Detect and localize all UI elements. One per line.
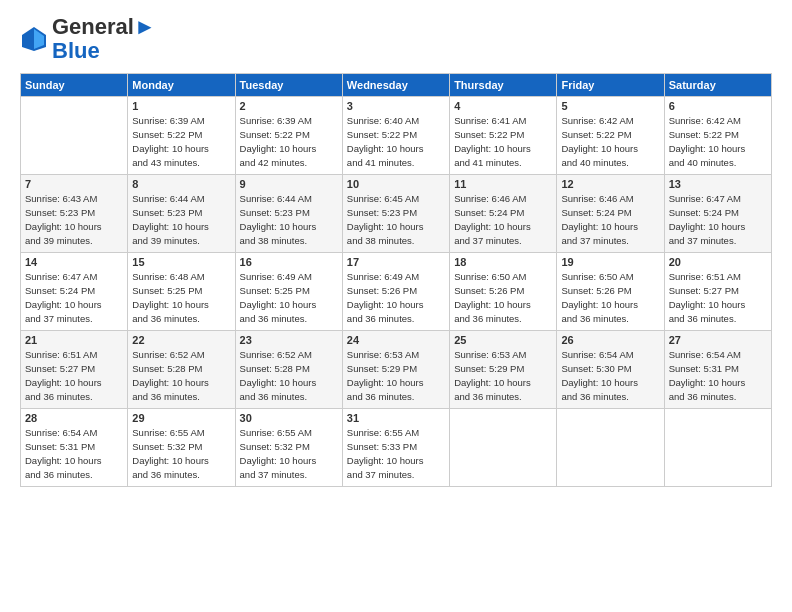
logo-text: General► Blue [52,15,156,63]
day-info: Sunrise: 6:52 AMSunset: 5:28 PMDaylight:… [132,348,230,403]
day-number: 19 [561,256,659,268]
day-cell: 9Sunrise: 6:44 AMSunset: 5:23 PMDaylight… [235,175,342,253]
day-info: Sunrise: 6:42 AMSunset: 5:22 PMDaylight:… [669,114,767,169]
day-number: 23 [240,334,338,346]
day-number: 20 [669,256,767,268]
day-info: Sunrise: 6:43 AMSunset: 5:23 PMDaylight:… [25,192,123,247]
day-cell: 30Sunrise: 6:55 AMSunset: 5:32 PMDayligh… [235,409,342,487]
day-number: 22 [132,334,230,346]
day-cell: 2Sunrise: 6:39 AMSunset: 5:22 PMDaylight… [235,97,342,175]
day-info: Sunrise: 6:45 AMSunset: 5:23 PMDaylight:… [347,192,445,247]
day-number: 27 [669,334,767,346]
calendar-table: SundayMondayTuesdayWednesdayThursdayFrid… [20,73,772,487]
day-number: 25 [454,334,552,346]
day-info: Sunrise: 6:49 AMSunset: 5:25 PMDaylight:… [240,270,338,325]
day-number: 7 [25,178,123,190]
day-cell: 12Sunrise: 6:46 AMSunset: 5:24 PMDayligh… [557,175,664,253]
col-header-tuesday: Tuesday [235,74,342,97]
day-cell: 16Sunrise: 6:49 AMSunset: 5:25 PMDayligh… [235,253,342,331]
day-cell: 28Sunrise: 6:54 AMSunset: 5:31 PMDayligh… [21,409,128,487]
day-number: 18 [454,256,552,268]
day-number: 8 [132,178,230,190]
day-number: 13 [669,178,767,190]
col-header-monday: Monday [128,74,235,97]
day-info: Sunrise: 6:55 AMSunset: 5:33 PMDaylight:… [347,426,445,481]
day-cell: 10Sunrise: 6:45 AMSunset: 5:23 PMDayligh… [342,175,449,253]
day-cell: 18Sunrise: 6:50 AMSunset: 5:26 PMDayligh… [450,253,557,331]
day-cell: 17Sunrise: 6:49 AMSunset: 5:26 PMDayligh… [342,253,449,331]
day-number: 30 [240,412,338,424]
day-number: 16 [240,256,338,268]
day-cell: 21Sunrise: 6:51 AMSunset: 5:27 PMDayligh… [21,331,128,409]
day-info: Sunrise: 6:44 AMSunset: 5:23 PMDaylight:… [240,192,338,247]
day-number: 5 [561,100,659,112]
col-header-wednesday: Wednesday [342,74,449,97]
day-info: Sunrise: 6:54 AMSunset: 5:31 PMDaylight:… [25,426,123,481]
page: General► Blue SundayMondayTuesdayWednesd… [0,0,792,612]
day-cell: 23Sunrise: 6:52 AMSunset: 5:28 PMDayligh… [235,331,342,409]
day-cell: 25Sunrise: 6:53 AMSunset: 5:29 PMDayligh… [450,331,557,409]
week-row-1: 1Sunrise: 6:39 AMSunset: 5:22 PMDaylight… [21,97,772,175]
day-cell: 4Sunrise: 6:41 AMSunset: 5:22 PMDaylight… [450,97,557,175]
day-info: Sunrise: 6:46 AMSunset: 5:24 PMDaylight:… [561,192,659,247]
day-info: Sunrise: 6:49 AMSunset: 5:26 PMDaylight:… [347,270,445,325]
day-number: 4 [454,100,552,112]
col-header-thursday: Thursday [450,74,557,97]
week-row-3: 14Sunrise: 6:47 AMSunset: 5:24 PMDayligh… [21,253,772,331]
day-cell: 1Sunrise: 6:39 AMSunset: 5:22 PMDaylight… [128,97,235,175]
day-info: Sunrise: 6:47 AMSunset: 5:24 PMDaylight:… [669,192,767,247]
day-info: Sunrise: 6:44 AMSunset: 5:23 PMDaylight:… [132,192,230,247]
day-info: Sunrise: 6:41 AMSunset: 5:22 PMDaylight:… [454,114,552,169]
day-info: Sunrise: 6:53 AMSunset: 5:29 PMDaylight:… [347,348,445,403]
day-cell: 19Sunrise: 6:50 AMSunset: 5:26 PMDayligh… [557,253,664,331]
day-info: Sunrise: 6:39 AMSunset: 5:22 PMDaylight:… [240,114,338,169]
logo: General► Blue [20,15,156,63]
day-number: 29 [132,412,230,424]
day-info: Sunrise: 6:51 AMSunset: 5:27 PMDaylight:… [669,270,767,325]
day-info: Sunrise: 6:50 AMSunset: 5:26 PMDaylight:… [561,270,659,325]
day-number: 21 [25,334,123,346]
header-row: SundayMondayTuesdayWednesdayThursdayFrid… [21,74,772,97]
day-info: Sunrise: 6:54 AMSunset: 5:31 PMDaylight:… [669,348,767,403]
day-cell: 26Sunrise: 6:54 AMSunset: 5:30 PMDayligh… [557,331,664,409]
day-cell: 8Sunrise: 6:44 AMSunset: 5:23 PMDaylight… [128,175,235,253]
day-cell: 24Sunrise: 6:53 AMSunset: 5:29 PMDayligh… [342,331,449,409]
day-info: Sunrise: 6:52 AMSunset: 5:28 PMDaylight:… [240,348,338,403]
day-info: Sunrise: 6:40 AMSunset: 5:22 PMDaylight:… [347,114,445,169]
day-number: 2 [240,100,338,112]
day-number: 11 [454,178,552,190]
day-info: Sunrise: 6:42 AMSunset: 5:22 PMDaylight:… [561,114,659,169]
day-info: Sunrise: 6:47 AMSunset: 5:24 PMDaylight:… [25,270,123,325]
day-cell [450,409,557,487]
day-info: Sunrise: 6:53 AMSunset: 5:29 PMDaylight:… [454,348,552,403]
day-cell: 15Sunrise: 6:48 AMSunset: 5:25 PMDayligh… [128,253,235,331]
day-cell: 29Sunrise: 6:55 AMSunset: 5:32 PMDayligh… [128,409,235,487]
day-cell [557,409,664,487]
day-info: Sunrise: 6:48 AMSunset: 5:25 PMDaylight:… [132,270,230,325]
day-number: 15 [132,256,230,268]
day-info: Sunrise: 6:51 AMSunset: 5:27 PMDaylight:… [25,348,123,403]
day-cell: 20Sunrise: 6:51 AMSunset: 5:27 PMDayligh… [664,253,771,331]
day-info: Sunrise: 6:55 AMSunset: 5:32 PMDaylight:… [240,426,338,481]
logo-icon [20,25,48,53]
day-cell: 6Sunrise: 6:42 AMSunset: 5:22 PMDaylight… [664,97,771,175]
day-number: 26 [561,334,659,346]
day-info: Sunrise: 6:55 AMSunset: 5:32 PMDaylight:… [132,426,230,481]
day-number: 1 [132,100,230,112]
day-cell: 5Sunrise: 6:42 AMSunset: 5:22 PMDaylight… [557,97,664,175]
day-number: 12 [561,178,659,190]
day-cell: 27Sunrise: 6:54 AMSunset: 5:31 PMDayligh… [664,331,771,409]
col-header-saturday: Saturday [664,74,771,97]
day-cell [664,409,771,487]
day-number: 17 [347,256,445,268]
day-info: Sunrise: 6:46 AMSunset: 5:24 PMDaylight:… [454,192,552,247]
header: General► Blue [20,15,772,63]
week-row-5: 28Sunrise: 6:54 AMSunset: 5:31 PMDayligh… [21,409,772,487]
day-cell: 31Sunrise: 6:55 AMSunset: 5:33 PMDayligh… [342,409,449,487]
day-cell: 3Sunrise: 6:40 AMSunset: 5:22 PMDaylight… [342,97,449,175]
day-number: 10 [347,178,445,190]
day-cell: 22Sunrise: 6:52 AMSunset: 5:28 PMDayligh… [128,331,235,409]
day-info: Sunrise: 6:39 AMSunset: 5:22 PMDaylight:… [132,114,230,169]
week-row-4: 21Sunrise: 6:51 AMSunset: 5:27 PMDayligh… [21,331,772,409]
day-number: 24 [347,334,445,346]
